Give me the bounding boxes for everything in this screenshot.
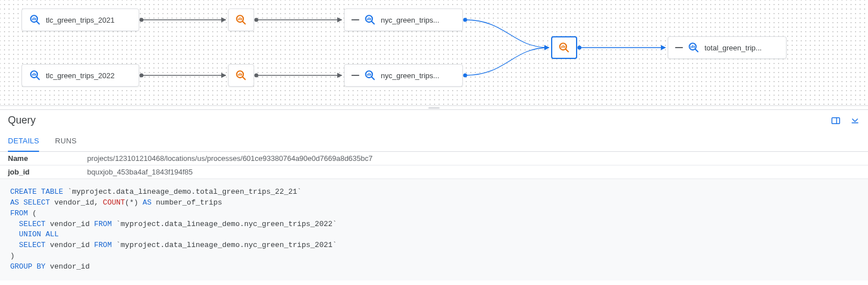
- bigquery-table-icon: [687, 41, 700, 54]
- svg-line-27: [695, 49, 698, 52]
- svg-point-5: [140, 74, 144, 78]
- row-key: job_id: [8, 168, 87, 176]
- svg-line-25: [566, 49, 569, 52]
- node-total-green-trip[interactable]: total_green_trip...: [668, 36, 787, 59]
- row-key: Name: [8, 154, 87, 163]
- node-tlc-green-trips-2021[interactable]: tlc_green_trips_2021: [22, 8, 139, 31]
- node-tlc-green-trips-2022[interactable]: tlc_green_trips_2022: [22, 64, 139, 87]
- bigquery-table-icon: [364, 14, 376, 26]
- node-label: tlc_green_trips_2021: [46, 16, 114, 24]
- node-nyc-green-trips-2[interactable]: nyc_green_trips...: [344, 64, 463, 87]
- panel-tabs: DETAILS RUNS: [0, 131, 868, 152]
- process-icon: [235, 69, 247, 82]
- node-label: nyc_green_trips...: [381, 16, 439, 24]
- node-process-selected[interactable]: [551, 36, 577, 59]
- panel-title: Query: [8, 114, 36, 126]
- svg-line-13: [37, 22, 40, 24]
- table-row: job_id bquxjob_453ba4af_1843f194f85: [0, 165, 868, 179]
- process-icon: [235, 14, 247, 26]
- svg-point-9: [463, 74, 467, 78]
- svg-point-7: [255, 74, 259, 78]
- svg-line-17: [372, 22, 375, 24]
- node-process-2[interactable]: [228, 64, 254, 87]
- svg-line-19: [37, 77, 40, 80]
- lineage-graph[interactable]: tlc_green_trips_2021 nyc_green_trips... …: [0, 0, 868, 106]
- splitter-grip-icon: [428, 107, 440, 109]
- svg-line-21: [243, 77, 246, 80]
- row-value: bquxjob_453ba4af_1843f194f85: [87, 168, 193, 176]
- bigquery-table-icon: [29, 14, 41, 26]
- tab-runs[interactable]: RUNS: [55, 131, 76, 151]
- node-label: tlc_green_trips_2022: [46, 71, 114, 80]
- table-row: Name projects/123101210468/locations/us/…: [0, 152, 868, 165]
- details-table: Name projects/123101210468/locations/us/…: [0, 152, 868, 179]
- tab-details[interactable]: DETAILS: [8, 131, 39, 152]
- node-process-1[interactable]: [228, 8, 254, 31]
- collapse-down-icon: [850, 116, 860, 126]
- node-label: nyc_green_trips...: [381, 71, 439, 80]
- node-label: total_green_trip...: [704, 44, 762, 52]
- row-value: projects/123101210468/locations/us/proce…: [87, 154, 373, 163]
- svg-point-1: [140, 18, 144, 22]
- collapse-icon: [351, 19, 359, 20]
- bigquery-table-icon: [364, 69, 376, 82]
- process-icon: [558, 41, 570, 54]
- query-panel: Query DETAILS RUNS Name projects/1231012…: [0, 109, 868, 280]
- svg-point-11: [578, 46, 582, 50]
- sql-code: CREATE TABLE `myproject.data_lineage_dem…: [0, 179, 868, 280]
- svg-point-3: [255, 18, 259, 22]
- panel-collapse-button[interactable]: [850, 116, 860, 126]
- node-nyc-green-trips-1[interactable]: nyc_green_trips...: [344, 8, 463, 31]
- svg-line-23: [372, 77, 375, 80]
- svg-point-8: [463, 18, 467, 22]
- collapse-icon: [675, 47, 683, 48]
- svg-line-15: [243, 22, 246, 24]
- panel-layout-button[interactable]: [831, 116, 841, 126]
- svg-rect-28: [832, 117, 840, 124]
- collapse-icon: [351, 75, 359, 76]
- layout-icon: [831, 116, 841, 126]
- bigquery-table-icon: [29, 69, 41, 82]
